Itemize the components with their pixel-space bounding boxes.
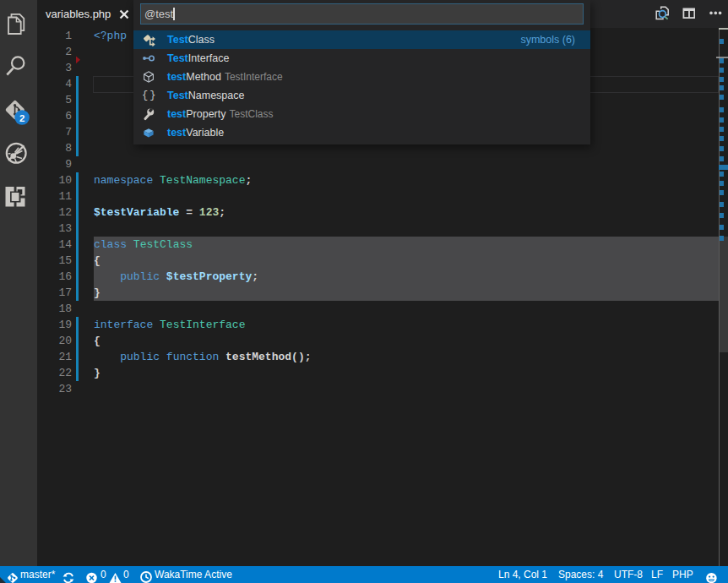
- svg-text:2: 2: [19, 113, 24, 123]
